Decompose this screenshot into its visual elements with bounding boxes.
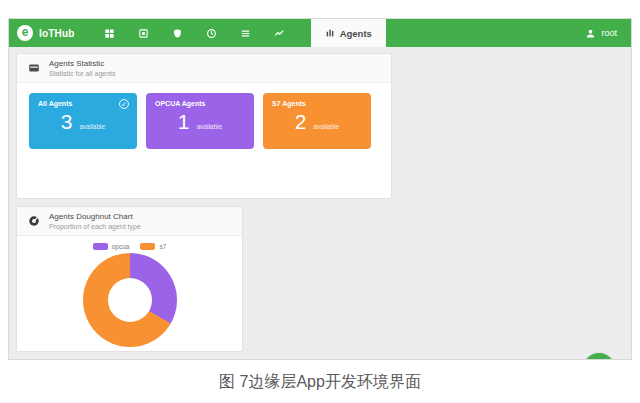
- legend-swatch-opcua: [93, 243, 108, 250]
- figure-caption: 图 7边缘层App开发环境界面: [0, 372, 640, 393]
- user-menu[interactable]: root: [585, 19, 631, 47]
- app-logo-icon: e: [17, 25, 33, 41]
- agents-list-panel: Agents List Detailed information of agen…: [16, 359, 624, 360]
- legend-label-opcua: opcua: [112, 243, 130, 250]
- apps-icon[interactable]: [127, 28, 161, 39]
- list-icon[interactable]: [229, 28, 263, 39]
- agents-statistic-panel: Agents Statistic Statistic for all agent…: [16, 53, 392, 199]
- legend-item-opcua[interactable]: opcua: [93, 243, 130, 250]
- tab-agents[interactable]: Agents: [311, 19, 386, 47]
- legend-item-s7[interactable]: s7: [140, 243, 166, 250]
- stats-panel-subtitle: Statistic for all agents: [49, 70, 116, 77]
- trend-icon[interactable]: [263, 28, 297, 39]
- stat-card-label: S7 Agents: [272, 100, 362, 107]
- check-circle-icon: ✓: [119, 99, 129, 109]
- stat-card-s7-agents[interactable]: S7 Agents 2 available: [263, 93, 371, 149]
- legend-swatch-s7: [140, 243, 155, 250]
- stats-panel-title: Agents Statistic: [49, 59, 116, 68]
- stat-card-value: 2: [295, 110, 307, 134]
- stat-card-opcua-agents[interactable]: OPCUA Agents 1 available: [146, 93, 254, 149]
- doughnut-chart: [83, 253, 177, 347]
- stat-card-label: OPCUA Agents: [155, 100, 245, 107]
- chart-legend: opcua s7: [93, 243, 167, 250]
- dashboard-icon[interactable]: [93, 28, 127, 39]
- doughnut-hole: [108, 278, 152, 322]
- agents-doughnut-panel: Agents Doughnut Chart Proportion of each…: [16, 206, 243, 352]
- username: root: [601, 28, 617, 38]
- tab-agents-label: Agents: [340, 28, 372, 39]
- app-window: e IoTHub Agents: [8, 18, 632, 360]
- stat-card-unit: available: [314, 123, 340, 130]
- user-icon: [585, 28, 596, 39]
- brand: e IoTHub: [9, 19, 75, 47]
- brand-name: IoTHub: [39, 28, 75, 39]
- shield-icon[interactable]: [161, 28, 195, 39]
- stat-card-all-agents[interactable]: All Agents ✓ 3 available: [29, 93, 137, 149]
- stat-card-unit: available: [197, 123, 223, 130]
- stat-card-label: All Agents: [38, 100, 128, 107]
- doughnut-icon: [28, 215, 40, 227]
- legend-label-s7: s7: [159, 243, 166, 250]
- stat-card-value: 1: [178, 110, 190, 134]
- top-navbar: e IoTHub Agents: [9, 19, 631, 47]
- card-icon: [28, 62, 40, 74]
- bars-icon: [325, 28, 335, 38]
- stat-card-unit: available: [80, 123, 106, 130]
- chart-panel-subtitle: Proportion of each agent type: [49, 223, 141, 230]
- history-icon[interactable]: [195, 28, 229, 39]
- stat-card-value: 3: [61, 110, 73, 134]
- chart-panel-title: Agents Doughnut Chart: [49, 212, 141, 221]
